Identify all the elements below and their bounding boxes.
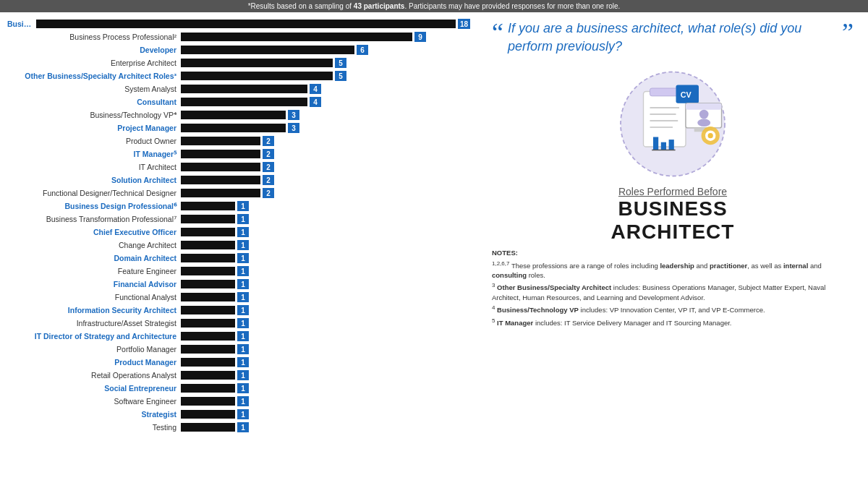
chart-label: Infrastructure/Asset Strategist bbox=[7, 319, 181, 328]
chart-label: Feature Engineer bbox=[7, 267, 181, 275]
bar bbox=[181, 371, 235, 380]
svg-text:CV: CV bbox=[681, 90, 692, 99]
chart-row: Functional Analyst1 bbox=[7, 291, 470, 303]
chart-row: Software Engineer1 bbox=[7, 395, 470, 407]
bar-value: 1 bbox=[237, 240, 249, 250]
roles-illustration: CV bbox=[608, 63, 738, 179]
svg-rect-17 bbox=[653, 137, 658, 150]
chart-label: Functional Analyst bbox=[7, 293, 181, 301]
chart-row: Infrastructure/Asset Strategist1 bbox=[7, 317, 470, 329]
bar bbox=[181, 163, 260, 171]
bar-container: 1 bbox=[181, 253, 470, 263]
chart-row: IT Manager⁵2 bbox=[7, 148, 470, 160]
right-panel: “ If you are a business architect, what … bbox=[477, 12, 868, 484]
bar bbox=[181, 189, 260, 197]
bar bbox=[181, 72, 333, 80]
bar bbox=[181, 267, 235, 275]
roles-big-text-2: ARCHITECT bbox=[492, 221, 854, 244]
chart-label: Change Architect bbox=[7, 241, 181, 249]
bar-container: 2 bbox=[181, 136, 470, 146]
bar-container: 3 bbox=[181, 123, 470, 133]
bar bbox=[181, 254, 235, 262]
bar-container: 1 bbox=[181, 370, 470, 380]
bar-container: 1 bbox=[181, 201, 470, 211]
bar-container: 4 bbox=[181, 97, 470, 107]
bar-container: 18 bbox=[36, 19, 470, 29]
bar-container: 1 bbox=[181, 214, 470, 224]
bar-container: 2 bbox=[181, 175, 470, 185]
quote-left-icon: “ bbox=[492, 20, 503, 46]
chart-label: Domain Architect bbox=[7, 254, 181, 262]
chart-label: Information Security Architect bbox=[7, 306, 181, 314]
chart-label: IT Director of Strategy and Architecture bbox=[7, 332, 181, 341]
bar-value: 2 bbox=[263, 162, 274, 172]
bar bbox=[181, 319, 235, 328]
note-2: 3 Other Business/Specialty Architect inc… bbox=[492, 281, 854, 302]
bar bbox=[181, 358, 235, 367]
chart-label: Developer bbox=[7, 46, 181, 54]
bar-container: 1 bbox=[181, 227, 470, 237]
chart-label: Strategist bbox=[7, 410, 181, 419]
bar bbox=[181, 137, 260, 145]
bar-value: 3 bbox=[288, 123, 299, 133]
chart-label: Consultant bbox=[7, 98, 181, 106]
chart-label: Project Manager bbox=[7, 124, 181, 132]
bar-value: 6 bbox=[357, 45, 368, 55]
svg-rect-19 bbox=[669, 140, 674, 150]
roles-before-text: Roles Performed Before bbox=[618, 186, 727, 197]
chart-label: Functional Designer/Technical Designer bbox=[7, 189, 181, 197]
chart-label: Product Manager bbox=[7, 358, 181, 367]
bar bbox=[181, 150, 260, 158]
bar-container: 1 bbox=[181, 318, 470, 328]
bar-value: 2 bbox=[263, 175, 274, 185]
bar bbox=[181, 280, 235, 288]
bar-value: 5 bbox=[335, 58, 346, 68]
bar-container: 1 bbox=[181, 396, 470, 406]
bar bbox=[181, 332, 235, 341]
svg-point-16 bbox=[708, 133, 713, 138]
bar-value: 3 bbox=[288, 110, 299, 120]
chart-row: Testing1 bbox=[7, 421, 470, 433]
bar-value: 1 bbox=[237, 422, 249, 432]
bar-value: 1 bbox=[237, 279, 249, 289]
bar-value: 1 bbox=[237, 344, 249, 354]
chart-row: Enterprise Architect5 bbox=[7, 57, 470, 69]
bar-value: 1 bbox=[237, 214, 249, 224]
chart-row: Product Owner2 bbox=[7, 135, 470, 147]
bar-container: 1 bbox=[181, 240, 470, 250]
chart-row: Developer6 bbox=[7, 44, 470, 56]
bar-container: 2 bbox=[181, 149, 470, 159]
chart-label: Business Design Professional⁶ bbox=[7, 202, 181, 210]
bar bbox=[181, 124, 286, 132]
chart-label: Business/Technology VP⁴ bbox=[7, 111, 181, 119]
bar-value: 1 bbox=[237, 318, 249, 328]
chart-row: Consultant4 bbox=[7, 96, 470, 108]
chart-row: Domain Architect1 bbox=[7, 252, 470, 264]
bar-value: 1 bbox=[237, 292, 249, 302]
bar-container: 1 bbox=[181, 279, 470, 289]
bar-container: 3 bbox=[181, 110, 470, 120]
bar-container: 1 bbox=[181, 409, 470, 419]
chart-label: Business Transformation Professional⁷ bbox=[7, 215, 181, 223]
chart-label: IT Manager⁵ bbox=[7, 150, 181, 158]
bar-value: 2 bbox=[263, 149, 274, 159]
bar bbox=[181, 111, 286, 119]
svg-rect-2 bbox=[650, 88, 680, 96]
bar bbox=[181, 410, 235, 419]
bar-value: 1 bbox=[237, 383, 249, 393]
bar bbox=[181, 98, 307, 106]
chart-row: Portfolio Manager1 bbox=[7, 343, 470, 355]
bar bbox=[181, 241, 235, 249]
bar-value: 1 bbox=[237, 409, 249, 419]
chart-label: Business Process Professional² bbox=[7, 33, 181, 41]
bar-container: 5 bbox=[181, 71, 470, 81]
chart-row: Business/Technology VP⁴3 bbox=[7, 109, 470, 121]
bar bbox=[181, 46, 354, 54]
bar-value: 1 bbox=[237, 227, 249, 237]
chart-row: Strategist1 bbox=[7, 408, 470, 420]
note-1: 1,2,6,7 These professions are a range of… bbox=[492, 260, 854, 281]
bar-container: 1 bbox=[181, 292, 470, 302]
chart-row: Feature Engineer1 bbox=[7, 265, 470, 277]
bar-value: 2 bbox=[263, 136, 274, 146]
chart-row: Chief Executive Officer1 bbox=[7, 226, 470, 238]
